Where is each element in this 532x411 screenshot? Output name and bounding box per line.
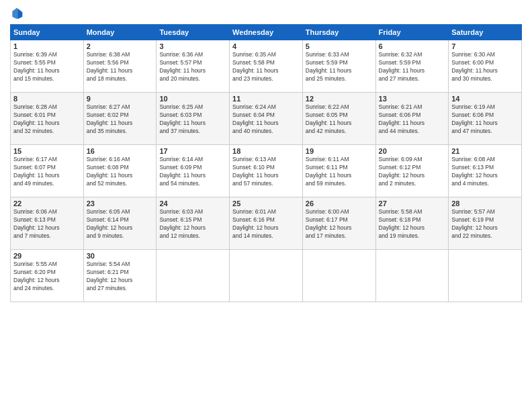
calendar-week-row: 8 Sunrise: 6:28 AMSunset: 6:01 PMDayligh…: [11, 93, 522, 145]
day-number: 22: [13, 199, 81, 208]
day-info: Sunrise: 6:32 AMSunset: 5:59 PMDaylight:…: [379, 51, 446, 83]
day-info: Sunrise: 6:17 AMSunset: 6:07 PMDaylight:…: [13, 156, 81, 188]
day-info: Sunrise: 6:39 AMSunset: 5:55 PMDaylight:…: [13, 51, 81, 83]
calendar-header-row: SundayMondayTuesdayWednesdayThursdayFrid…: [11, 25, 522, 40]
day-info: Sunrise: 6:33 AMSunset: 5:59 PMDaylight:…: [306, 51, 373, 83]
calendar-cell: 9 Sunrise: 6:27 AMSunset: 6:02 PMDayligh…: [83, 93, 157, 145]
calendar-cell: 12 Sunrise: 6:22 AMSunset: 6:05 PMDaylig…: [302, 93, 375, 145]
day-number: 2: [87, 42, 154, 50]
calendar-cell: 27 Sunrise: 5:58 AMSunset: 6:18 PMDaylig…: [375, 197, 449, 250]
calendar-header-tuesday: Tuesday: [157, 25, 230, 40]
day-number: 18: [232, 147, 300, 155]
calendar-cell: 4 Sunrise: 6:35 AMSunset: 5:58 PMDayligh…: [230, 40, 303, 93]
day-info: Sunrise: 6:01 AMSunset: 6:16 PMDaylight:…: [232, 208, 300, 240]
calendar-cell: 19 Sunrise: 6:11 AMSunset: 6:11 PMDaylig…: [302, 145, 375, 197]
calendar-week-row: 1 Sunrise: 6:39 AMSunset: 5:55 PMDayligh…: [11, 40, 522, 93]
logo-icon: [10, 7, 24, 20]
day-number: 21: [451, 147, 519, 155]
day-info: Sunrise: 6:25 AMSunset: 6:03 PMDaylight:…: [159, 103, 226, 136]
day-number: 11: [232, 95, 300, 103]
header: [10, 7, 522, 20]
calendar-header-saturday: Saturday: [449, 25, 522, 40]
logo: [10, 7, 26, 20]
day-info: Sunrise: 5:55 AMSunset: 6:20 PMDaylight:…: [13, 261, 81, 293]
calendar-cell: 30 Sunrise: 5:54 AMSunset: 6:21 PMDaylig…: [83, 250, 157, 302]
day-info: Sunrise: 6:38 AMSunset: 5:56 PMDaylight:…: [87, 51, 154, 83]
day-number: 13: [379, 95, 446, 103]
day-number: 3: [159, 42, 226, 50]
day-number: 12: [306, 95, 373, 103]
day-number: 14: [451, 95, 519, 103]
calendar-header-sunday: Sunday: [11, 25, 84, 40]
day-info: Sunrise: 6:08 AMSunset: 6:13 PMDaylight:…: [451, 156, 519, 188]
day-info: Sunrise: 6:35 AMSunset: 5:58 PMDaylight:…: [232, 51, 300, 83]
calendar-week-row: 29 Sunrise: 5:55 AMSunset: 6:20 PMDaylig…: [11, 250, 522, 302]
calendar-cell: 2 Sunrise: 6:38 AMSunset: 5:56 PMDayligh…: [83, 40, 157, 93]
day-info: Sunrise: 6:24 AMSunset: 6:04 PMDaylight:…: [232, 103, 300, 136]
day-number: 6: [379, 42, 446, 50]
day-number: 15: [13, 147, 81, 155]
day-number: 29: [13, 252, 81, 260]
day-info: Sunrise: 6:00 AMSunset: 6:17 PMDaylight:…: [306, 208, 373, 240]
calendar-cell: 18 Sunrise: 6:13 AMSunset: 6:10 PMDaylig…: [230, 145, 303, 197]
calendar-cell: 29 Sunrise: 5:55 AMSunset: 6:20 PMDaylig…: [11, 250, 84, 302]
day-number: 4: [232, 42, 300, 50]
calendar-cell: 25 Sunrise: 6:01 AMSunset: 6:16 PMDaylig…: [230, 197, 303, 250]
day-number: 25: [232, 199, 300, 208]
day-number: 30: [87, 252, 154, 260]
day-info: Sunrise: 6:03 AMSunset: 6:15 PMDaylight:…: [159, 208, 226, 240]
calendar-cell: [230, 250, 303, 302]
day-number: 23: [87, 199, 154, 208]
day-info: Sunrise: 5:58 AMSunset: 6:18 PMDaylight:…: [379, 208, 446, 240]
day-number: 28: [451, 199, 519, 208]
calendar-cell: 1 Sunrise: 6:39 AMSunset: 5:55 PMDayligh…: [11, 40, 84, 93]
calendar-cell: 13 Sunrise: 6:21 AMSunset: 6:06 PMDaylig…: [375, 93, 449, 145]
calendar-header-monday: Monday: [83, 25, 157, 40]
day-number: 5: [306, 42, 373, 50]
calendar-header-friday: Friday: [375, 25, 449, 40]
day-info: Sunrise: 6:36 AMSunset: 5:57 PMDaylight:…: [159, 51, 226, 83]
calendar-cell: [449, 250, 522, 302]
calendar-cell: [157, 250, 230, 302]
calendar-cell: 3 Sunrise: 6:36 AMSunset: 5:57 PMDayligh…: [157, 40, 230, 93]
calendar-cell: 5 Sunrise: 6:33 AMSunset: 5:59 PMDayligh…: [302, 40, 375, 93]
day-info: Sunrise: 6:13 AMSunset: 6:10 PMDaylight:…: [232, 156, 300, 188]
calendar-cell: 10 Sunrise: 6:25 AMSunset: 6:03 PMDaylig…: [157, 93, 230, 145]
day-number: 9: [87, 95, 154, 103]
calendar-cell: [375, 250, 449, 302]
day-number: 10: [159, 95, 226, 103]
calendar-header-wednesday: Wednesday: [230, 25, 303, 40]
calendar-cell: 17 Sunrise: 6:14 AMSunset: 6:09 PMDaylig…: [157, 145, 230, 197]
calendar-cell: 7 Sunrise: 6:30 AMSunset: 6:00 PMDayligh…: [449, 40, 522, 93]
day-info: Sunrise: 6:27 AMSunset: 6:02 PMDaylight:…: [87, 103, 154, 136]
calendar-cell: 15 Sunrise: 6:17 AMSunset: 6:07 PMDaylig…: [11, 145, 84, 197]
calendar-header-thursday: Thursday: [302, 25, 375, 40]
day-info: Sunrise: 6:06 AMSunset: 6:13 PMDaylight:…: [13, 208, 81, 240]
day-number: 24: [159, 199, 226, 208]
day-info: Sunrise: 6:14 AMSunset: 6:09 PMDaylight:…: [159, 156, 226, 188]
calendar-cell: 8 Sunrise: 6:28 AMSunset: 6:01 PMDayligh…: [11, 93, 84, 145]
day-number: 27: [379, 199, 446, 208]
day-number: 7: [451, 42, 519, 50]
day-info: Sunrise: 5:54 AMSunset: 6:21 PMDaylight:…: [87, 261, 154, 293]
day-info: Sunrise: 6:19 AMSunset: 6:06 PMDaylight:…: [451, 103, 519, 136]
day-number: 26: [306, 199, 373, 208]
day-info: Sunrise: 6:21 AMSunset: 6:06 PMDaylight:…: [379, 103, 446, 136]
calendar-cell: 6 Sunrise: 6:32 AMSunset: 5:59 PMDayligh…: [375, 40, 449, 93]
calendar-cell: 26 Sunrise: 6:00 AMSunset: 6:17 PMDaylig…: [302, 197, 375, 250]
calendar-cell: 23 Sunrise: 6:05 AMSunset: 6:14 PMDaylig…: [83, 197, 157, 250]
day-info: Sunrise: 6:28 AMSunset: 6:01 PMDaylight:…: [13, 103, 81, 136]
calendar-cell: 21 Sunrise: 6:08 AMSunset: 6:13 PMDaylig…: [449, 145, 522, 197]
day-number: 1: [13, 42, 81, 50]
day-number: 17: [159, 147, 226, 155]
day-number: 20: [379, 147, 446, 155]
calendar-cell: 16 Sunrise: 6:16 AMSunset: 6:08 PMDaylig…: [83, 145, 157, 197]
calendar-cell: 20 Sunrise: 6:09 AMSunset: 6:12 PMDaylig…: [375, 145, 449, 197]
calendar-cell: 14 Sunrise: 6:19 AMSunset: 6:06 PMDaylig…: [449, 93, 522, 145]
day-number: 16: [87, 147, 154, 155]
calendar-table: SundayMondayTuesdayWednesdayThursdayFrid…: [10, 24, 522, 302]
calendar-cell: 24 Sunrise: 6:03 AMSunset: 6:15 PMDaylig…: [157, 197, 230, 250]
calendar-cell: 11 Sunrise: 6:24 AMSunset: 6:04 PMDaylig…: [230, 93, 303, 145]
calendar-cell: 28 Sunrise: 5:57 AMSunset: 6:19 PMDaylig…: [449, 197, 522, 250]
calendar-cell: [302, 250, 375, 302]
